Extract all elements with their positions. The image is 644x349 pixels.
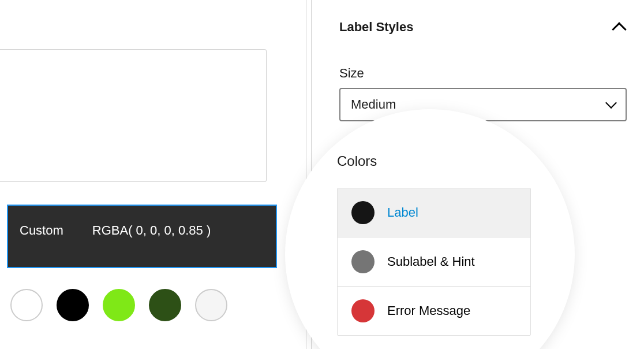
- color-dot-black: [351, 201, 375, 224]
- color-row-label[interactable]: Label: [338, 188, 530, 237]
- custom-color-section[interactable]: Custom RGBA( 0, 0, 0, 0.85 ): [7, 205, 277, 268]
- color-row-error[interactable]: Error Message: [338, 287, 530, 335]
- color-dot-gray: [351, 250, 375, 273]
- custom-label: Custom: [20, 223, 63, 238]
- chevron-down-icon: [605, 97, 617, 109]
- swatch-darkgreen[interactable]: [149, 289, 181, 321]
- section-header[interactable]: Label Styles: [339, 12, 627, 43]
- color-swatches-row: [6, 283, 232, 327]
- left-panel: Custom RGBA( 0, 0, 0, 0.85 ): [0, 0, 306, 349]
- swatch-white[interactable]: [10, 289, 43, 321]
- colors-heading: Colors: [337, 153, 531, 169]
- preview-box: [0, 49, 267, 182]
- swatch-lime[interactable]: [103, 289, 135, 321]
- custom-value: RGBA( 0, 0, 0, 0.85 ): [92, 223, 211, 238]
- color-name-label: Label: [387, 205, 418, 220]
- color-name-sublabel: Sublabel & Hint: [387, 254, 475, 269]
- section-title: Label Styles: [339, 20, 413, 35]
- swatch-lightgray[interactable]: [195, 289, 227, 321]
- color-list: Label Sublabel & Hint Error Message: [337, 188, 531, 336]
- size-label: Size: [339, 66, 627, 81]
- size-select[interactable]: Medium: [339, 88, 627, 121]
- swatch-black[interactable]: [57, 289, 89, 321]
- color-dot-red: [351, 299, 375, 322]
- chevron-up-icon: [612, 22, 626, 36]
- color-row-sublabel[interactable]: Sublabel & Hint: [338, 237, 530, 287]
- size-value: Medium: [351, 97, 396, 112]
- color-name-error: Error Message: [387, 303, 470, 318]
- custom-color-display: Custom RGBA( 0, 0, 0, 0.85 ): [8, 206, 276, 267]
